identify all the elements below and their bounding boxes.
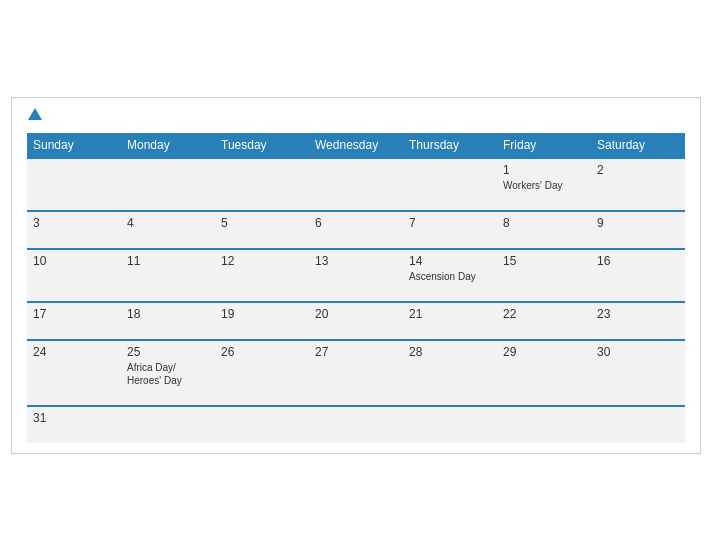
- day-number: 29: [503, 345, 585, 359]
- calendar-cell: 10: [27, 249, 121, 302]
- calendar-week-row: 31: [27, 406, 685, 443]
- calendar-cell: 17: [27, 302, 121, 340]
- day-number: 25: [127, 345, 209, 359]
- calendar-cell: 2: [591, 158, 685, 211]
- calendar-cell: 3: [27, 211, 121, 249]
- calendar-cell: 22: [497, 302, 591, 340]
- calendar-cell: 19: [215, 302, 309, 340]
- calendar-cell: [591, 406, 685, 443]
- holiday-label: Ascension Day: [409, 270, 491, 283]
- day-number: 2: [597, 163, 679, 177]
- day-number: 19: [221, 307, 303, 321]
- calendar-week-row: 1011121314Ascension Day1516: [27, 249, 685, 302]
- calendar-cell: 21: [403, 302, 497, 340]
- day-number: 28: [409, 345, 491, 359]
- weekday-header-sunday: Sunday: [27, 133, 121, 158]
- day-number: 15: [503, 254, 585, 268]
- weekday-header-thursday: Thursday: [403, 133, 497, 158]
- day-number: 30: [597, 345, 679, 359]
- day-number: 13: [315, 254, 397, 268]
- day-number: 18: [127, 307, 209, 321]
- day-number: 20: [315, 307, 397, 321]
- calendar-cell: 24: [27, 340, 121, 406]
- calendar-cell: 5: [215, 211, 309, 249]
- calendar-cell: 23: [591, 302, 685, 340]
- calendar-cell: 9: [591, 211, 685, 249]
- day-number: 16: [597, 254, 679, 268]
- logo: [27, 108, 44, 121]
- day-number: 1: [503, 163, 585, 177]
- calendar-cell: [309, 158, 403, 211]
- day-number: 23: [597, 307, 679, 321]
- calendar-cell: [497, 406, 591, 443]
- calendar-cell: 30: [591, 340, 685, 406]
- holiday-label: Africa Day/ Heroes' Day: [127, 361, 209, 387]
- calendar-cell: 12: [215, 249, 309, 302]
- calendar-cell: [27, 158, 121, 211]
- calendar-week-row: 17181920212223: [27, 302, 685, 340]
- day-number: 21: [409, 307, 491, 321]
- calendar-cell: 8: [497, 211, 591, 249]
- day-number: 17: [33, 307, 115, 321]
- calendar-cell: 29: [497, 340, 591, 406]
- calendar-grid: SundayMondayTuesdayWednesdayThursdayFrid…: [27, 133, 685, 443]
- calendar-cell: 16: [591, 249, 685, 302]
- weekday-header-monday: Monday: [121, 133, 215, 158]
- calendar-cell: [403, 158, 497, 211]
- calendar-cell: 11: [121, 249, 215, 302]
- day-number: 31: [33, 411, 115, 425]
- day-number: 8: [503, 216, 585, 230]
- calendar-container: SundayMondayTuesdayWednesdayThursdayFrid…: [11, 97, 701, 454]
- calendar-cell: [403, 406, 497, 443]
- day-number: 22: [503, 307, 585, 321]
- day-number: 9: [597, 216, 679, 230]
- calendar-cell: 14Ascension Day: [403, 249, 497, 302]
- logo-triangle-icon: [28, 108, 42, 120]
- weekday-header-friday: Friday: [497, 133, 591, 158]
- day-number: 10: [33, 254, 115, 268]
- calendar-week-row: 3456789: [27, 211, 685, 249]
- calendar-cell: 20: [309, 302, 403, 340]
- calendar-cell: [215, 158, 309, 211]
- weekday-header-row: SundayMondayTuesdayWednesdayThursdayFrid…: [27, 133, 685, 158]
- day-number: 4: [127, 216, 209, 230]
- calendar-cell: 6: [309, 211, 403, 249]
- calendar-cell: 18: [121, 302, 215, 340]
- day-number: 14: [409, 254, 491, 268]
- calendar-week-row: 1Workers' Day2: [27, 158, 685, 211]
- calendar-cell: 25Africa Day/ Heroes' Day: [121, 340, 215, 406]
- calendar-week-row: 2425Africa Day/ Heroes' Day2627282930: [27, 340, 685, 406]
- weekday-header-tuesday: Tuesday: [215, 133, 309, 158]
- calendar-cell: 28: [403, 340, 497, 406]
- day-number: 6: [315, 216, 397, 230]
- day-number: 26: [221, 345, 303, 359]
- calendar-header: [27, 108, 685, 121]
- calendar-cell: [309, 406, 403, 443]
- weekday-header-saturday: Saturday: [591, 133, 685, 158]
- calendar-cell: 15: [497, 249, 591, 302]
- calendar-cell: 26: [215, 340, 309, 406]
- calendar-cell: [121, 158, 215, 211]
- calendar-cell: [121, 406, 215, 443]
- calendar-cell: [215, 406, 309, 443]
- day-number: 3: [33, 216, 115, 230]
- day-number: 24: [33, 345, 115, 359]
- day-number: 5: [221, 216, 303, 230]
- weekday-header-wednesday: Wednesday: [309, 133, 403, 158]
- calendar-cell: 7: [403, 211, 497, 249]
- day-number: 12: [221, 254, 303, 268]
- calendar-cell: 31: [27, 406, 121, 443]
- holiday-label: Workers' Day: [503, 179, 585, 192]
- calendar-cell: 1Workers' Day: [497, 158, 591, 211]
- calendar-cell: 4: [121, 211, 215, 249]
- calendar-cell: 13: [309, 249, 403, 302]
- day-number: 27: [315, 345, 397, 359]
- day-number: 7: [409, 216, 491, 230]
- day-number: 11: [127, 254, 209, 268]
- calendar-cell: 27: [309, 340, 403, 406]
